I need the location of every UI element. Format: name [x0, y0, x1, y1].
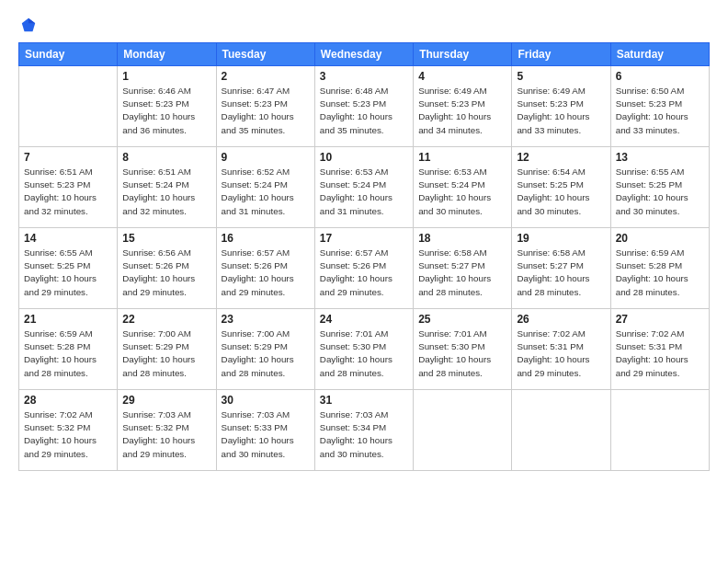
calendar-cell: 18Sunrise: 6:58 AMSunset: 5:27 PMDayligh… [414, 228, 512, 309]
header-cell-tuesday: Tuesday [216, 43, 314, 66]
calendar-table: SundayMondayTuesdayWednesdayThursdayFrid… [18, 42, 710, 471]
day-info: Sunrise: 6:57 AMSunset: 5:26 PMDaylight:… [222, 247, 310, 299]
calendar-cell: 14Sunrise: 6:55 AMSunset: 5:25 PMDayligh… [19, 228, 118, 309]
day-info: Sunrise: 6:51 AMSunset: 5:23 PMDaylight:… [24, 166, 112, 218]
day-number: 1 [122, 70, 210, 83]
day-info: Sunrise: 6:46 AMSunset: 5:23 PMDaylight:… [122, 85, 210, 137]
calendar-cell [19, 66, 118, 147]
day-info: Sunrise: 6:49 AMSunset: 5:23 PMDaylight:… [517, 85, 605, 137]
day-number: 20 [616, 232, 704, 245]
day-number: 17 [320, 232, 408, 245]
calendar-header: SundayMondayTuesdayWednesdayThursdayFrid… [19, 43, 710, 66]
calendar-cell: 3Sunrise: 6:48 AMSunset: 5:23 PMDaylight… [314, 66, 413, 147]
calendar-cell [610, 390, 709, 471]
calendar-week-2: 7Sunrise: 6:51 AMSunset: 5:23 PMDaylight… [19, 147, 710, 228]
day-info: Sunrise: 6:52 AMSunset: 5:24 PMDaylight:… [222, 166, 310, 218]
day-info: Sunrise: 6:53 AMSunset: 5:24 PMDaylight:… [418, 166, 506, 218]
header-row: SundayMondayTuesdayWednesdayThursdayFrid… [19, 43, 710, 66]
day-info: Sunrise: 7:01 AMSunset: 5:30 PMDaylight:… [320, 327, 408, 380]
day-info: Sunrise: 6:48 AMSunset: 5:23 PMDaylight:… [320, 85, 408, 137]
day-info: Sunrise: 6:56 AMSunset: 5:26 PMDaylight:… [122, 247, 210, 299]
day-info: Sunrise: 7:00 AMSunset: 5:29 PMDaylight:… [122, 327, 210, 380]
day-info: Sunrise: 7:00 AMSunset: 5:29 PMDaylight:… [222, 327, 310, 380]
day-number: 11 [418, 151, 506, 164]
svg-marker-1 [28, 18, 35, 23]
day-number: 2 [222, 70, 310, 83]
calendar-week-3: 14Sunrise: 6:55 AMSunset: 5:25 PMDayligh… [19, 228, 710, 309]
day-number: 9 [222, 151, 310, 164]
day-number: 15 [122, 232, 210, 245]
day-number: 27 [616, 313, 704, 326]
day-info: Sunrise: 7:02 AMSunset: 5:31 PMDaylight:… [616, 327, 704, 380]
calendar-cell: 31Sunrise: 7:03 AMSunset: 5:34 PMDayligh… [314, 390, 413, 471]
logo [18, 17, 37, 33]
calendar-cell: 27Sunrise: 7:02 AMSunset: 5:31 PMDayligh… [610, 309, 709, 390]
calendar-cell: 20Sunrise: 6:59 AMSunset: 5:28 PMDayligh… [610, 228, 709, 309]
calendar-body: 1Sunrise: 6:46 AMSunset: 5:23 PMDaylight… [19, 66, 710, 471]
day-info: Sunrise: 7:03 AMSunset: 5:32 PMDaylight:… [122, 408, 210, 461]
day-number: 6 [616, 70, 704, 83]
day-info: Sunrise: 6:57 AMSunset: 5:26 PMDaylight:… [320, 247, 408, 299]
day-number: 13 [616, 151, 704, 164]
calendar-cell: 29Sunrise: 7:03 AMSunset: 5:32 PMDayligh… [118, 390, 216, 471]
calendar-cell: 21Sunrise: 6:59 AMSunset: 5:28 PMDayligh… [19, 309, 118, 390]
calendar-cell: 23Sunrise: 7:00 AMSunset: 5:29 PMDayligh… [216, 309, 314, 390]
day-number: 22 [122, 313, 210, 326]
header-cell-saturday: Saturday [610, 43, 709, 66]
calendar-cell: 15Sunrise: 6:56 AMSunset: 5:26 PMDayligh… [118, 228, 216, 309]
day-number: 4 [418, 70, 506, 83]
day-info: Sunrise: 7:02 AMSunset: 5:32 PMDaylight:… [24, 408, 112, 461]
day-number: 14 [24, 232, 112, 245]
day-number: 21 [24, 313, 112, 326]
calendar-cell: 24Sunrise: 7:01 AMSunset: 5:30 PMDayligh… [314, 309, 413, 390]
day-number: 5 [517, 70, 605, 83]
day-info: Sunrise: 6:55 AMSunset: 5:25 PMDaylight:… [616, 166, 704, 218]
calendar-cell: 22Sunrise: 7:00 AMSunset: 5:29 PMDayligh… [118, 309, 216, 390]
day-info: Sunrise: 7:01 AMSunset: 5:30 PMDaylight:… [418, 327, 506, 380]
calendar-cell: 13Sunrise: 6:55 AMSunset: 5:25 PMDayligh… [610, 147, 709, 228]
calendar-cell: 16Sunrise: 6:57 AMSunset: 5:26 PMDayligh… [216, 228, 314, 309]
day-info: Sunrise: 6:58 AMSunset: 5:27 PMDaylight:… [418, 247, 506, 299]
header-cell-friday: Friday [512, 43, 610, 66]
day-number: 25 [418, 313, 506, 326]
calendar-cell: 4Sunrise: 6:49 AMSunset: 5:23 PMDaylight… [414, 66, 512, 147]
day-info: Sunrise: 6:55 AMSunset: 5:25 PMDaylight:… [24, 247, 112, 299]
calendar-cell: 8Sunrise: 6:51 AMSunset: 5:24 PMDaylight… [118, 147, 216, 228]
day-info: Sunrise: 7:03 AMSunset: 5:34 PMDaylight:… [320, 408, 408, 461]
calendar-cell: 17Sunrise: 6:57 AMSunset: 5:26 PMDayligh… [314, 228, 413, 309]
day-number: 31 [320, 394, 408, 407]
header-cell-monday: Monday [118, 43, 216, 66]
day-number: 29 [122, 394, 210, 407]
calendar-cell [414, 390, 512, 471]
day-number: 19 [517, 232, 605, 245]
calendar-cell: 9Sunrise: 6:52 AMSunset: 5:24 PMDaylight… [216, 147, 314, 228]
day-number: 8 [122, 151, 210, 164]
day-info: Sunrise: 6:54 AMSunset: 5:25 PMDaylight:… [517, 166, 605, 218]
day-number: 28 [24, 394, 112, 407]
day-number: 12 [517, 151, 605, 164]
day-info: Sunrise: 6:59 AMSunset: 5:28 PMDaylight:… [616, 247, 704, 299]
calendar-cell: 11Sunrise: 6:53 AMSunset: 5:24 PMDayligh… [414, 147, 512, 228]
day-info: Sunrise: 7:03 AMSunset: 5:33 PMDaylight:… [222, 408, 310, 461]
day-info: Sunrise: 6:50 AMSunset: 5:23 PMDaylight:… [616, 85, 704, 137]
calendar-cell: 1Sunrise: 6:46 AMSunset: 5:23 PMDaylight… [118, 66, 216, 147]
header-cell-wednesday: Wednesday [314, 43, 413, 66]
calendar-week-5: 28Sunrise: 7:02 AMSunset: 5:32 PMDayligh… [19, 390, 710, 471]
calendar-cell: 30Sunrise: 7:03 AMSunset: 5:33 PMDayligh… [216, 390, 314, 471]
day-number: 24 [320, 313, 408, 326]
day-number: 3 [320, 70, 408, 83]
header [18, 17, 710, 33]
day-info: Sunrise: 6:49 AMSunset: 5:23 PMDaylight:… [418, 85, 506, 137]
day-info: Sunrise: 6:58 AMSunset: 5:27 PMDaylight:… [517, 247, 605, 299]
calendar-cell: 12Sunrise: 6:54 AMSunset: 5:25 PMDayligh… [512, 147, 610, 228]
day-number: 23 [222, 313, 310, 326]
calendar-cell: 25Sunrise: 7:01 AMSunset: 5:30 PMDayligh… [414, 309, 512, 390]
day-info: Sunrise: 7:02 AMSunset: 5:31 PMDaylight:… [517, 327, 605, 380]
day-info: Sunrise: 6:53 AMSunset: 5:24 PMDaylight:… [320, 166, 408, 218]
header-cell-thursday: Thursday [414, 43, 512, 66]
day-number: 26 [517, 313, 605, 326]
day-number: 16 [222, 232, 310, 245]
calendar-cell: 10Sunrise: 6:53 AMSunset: 5:24 PMDayligh… [314, 147, 413, 228]
day-info: Sunrise: 6:47 AMSunset: 5:23 PMDaylight:… [222, 85, 310, 137]
calendar-week-4: 21Sunrise: 6:59 AMSunset: 5:28 PMDayligh… [19, 309, 710, 390]
